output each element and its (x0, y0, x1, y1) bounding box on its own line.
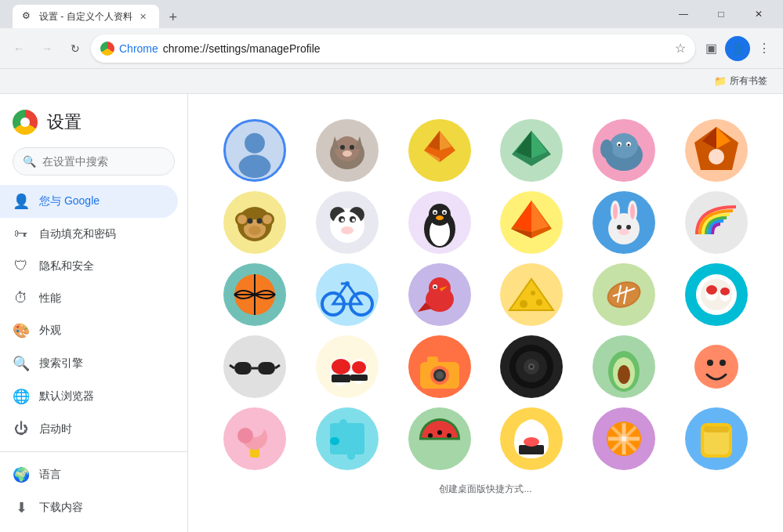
sidebar-label-appearance: 外观 (39, 324, 61, 338)
avatar-rainbow[interactable] (685, 191, 748, 254)
avatar-cat[interactable] (316, 119, 379, 182)
new-tab-button[interactable]: + (162, 6, 184, 28)
avatar-panda[interactable] (316, 191, 379, 254)
svg-point-34 (256, 219, 262, 224)
sidebar-icon-privacy: 🛡 (13, 258, 30, 274)
sidebar-item-google[interactable]: 👤 您与 Google (0, 185, 178, 218)
settings-search-input[interactable] (42, 155, 179, 168)
sidebar-icon-downloads: ⬇ (13, 499, 30, 516)
maximize-button[interactable]: □ (703, 0, 739, 28)
address-lock-icon (100, 42, 114, 56)
avatar-person[interactable] (223, 119, 286, 182)
svg-point-82 (536, 299, 542, 306)
main-panel: 创建桌面版快捷方式... (188, 94, 783, 532)
avatar-sunglasses[interactable] (223, 335, 286, 398)
svg-point-76 (433, 286, 436, 288)
profile-button[interactable]: 👤 (725, 36, 750, 61)
avatar-origami-fox[interactable] (408, 119, 471, 182)
avatar-monkey[interactable] (223, 191, 286, 254)
avatar-bicycle[interactable] (316, 263, 379, 326)
avatar-vinyl[interactable] (500, 335, 563, 398)
sidebar-label-google: 您与 Google (39, 194, 100, 208)
avatar-icecream[interactable] (223, 407, 286, 470)
settings-title: 设置 (47, 110, 82, 134)
sidebar-icon-autofill: 🗝 (13, 226, 30, 242)
sidebar-item-accessibility[interactable]: ♿ 无障碍 (0, 524, 178, 532)
svg-point-125 (237, 428, 253, 443)
sidebar-item-appearance[interactable]: 🎨 外观 (0, 314, 178, 347)
address-bar[interactable]: Chrome chrome://settings/manageProfile ☆ (91, 34, 695, 63)
sidebar-item-performance[interactable]: ⏱ 性能 (0, 282, 178, 314)
svg-point-62 (617, 225, 622, 230)
avatar-riceball[interactable] (500, 407, 563, 470)
cast-button[interactable]: ▣ (698, 36, 723, 61)
avatar-rabbit[interactable] (593, 191, 655, 254)
svg-point-120 (707, 360, 713, 366)
svg-point-101 (332, 359, 350, 375)
svg-point-18 (600, 139, 613, 158)
svg-point-63 (626, 225, 631, 230)
sidebar-item-search[interactable]: 🔍 搜索引擎 (0, 347, 178, 380)
sidebar-label-startup: 启动时 (39, 422, 72, 436)
folder-icon: 📁 (714, 75, 727, 87)
avatar-bird-origami[interactable] (500, 191, 563, 254)
bookmark-star-icon[interactable]: ☆ (675, 41, 686, 56)
active-tab[interactable]: ⚙ 设置 - 自定义个人资料 ✕ (13, 5, 159, 28)
sidebar-item-language[interactable]: 🌍 语言 (0, 458, 178, 491)
avatar-elephant[interactable] (593, 119, 655, 182)
svg-marker-54 (531, 201, 549, 232)
sidebar-label-language: 语言 (39, 468, 61, 482)
sidebar-label-browser: 默认浏览器 (39, 389, 94, 404)
avatar-puzzle[interactable] (316, 407, 379, 470)
svg-point-17 (610, 133, 638, 158)
avatar-origami-crane[interactable] (500, 119, 563, 182)
avatar-toast[interactable] (685, 407, 748, 470)
avatar-sushi[interactable] (316, 335, 379, 398)
avatar-grid (213, 113, 758, 476)
avatar-basketball[interactable] (223, 263, 286, 326)
avatar-candy[interactable] (593, 407, 655, 470)
svg-point-109 (436, 371, 444, 379)
tab-close-button[interactable]: ✕ (137, 10, 150, 23)
sidebar-icon-browser: 🌐 (13, 388, 30, 405)
menu-button[interactable]: ⋮ (752, 36, 777, 61)
svg-rect-105 (350, 375, 368, 381)
svg-rect-102 (332, 375, 350, 382)
close-button[interactable]: ✕ (741, 0, 777, 28)
address-url-text: chrome://settings/manageProfile (163, 42, 670, 55)
avatar-watermelon[interactable] (408, 407, 471, 470)
svg-point-6 (340, 145, 345, 150)
minimize-button[interactable]: — (665, 0, 701, 28)
svg-point-51 (443, 212, 445, 214)
settings-search-box[interactable]: 🔍 (13, 147, 175, 176)
svg-point-83 (531, 291, 535, 295)
sidebar-item-privacy[interactable]: 🛡 隐私和安全 (0, 250, 178, 282)
avatar-avocado[interactable] (593, 335, 655, 398)
avatar-penguin[interactable] (408, 191, 471, 254)
avatar-camera[interactable] (408, 335, 471, 398)
sidebar-item-startup[interactable]: ⏻ 启动时 (0, 413, 178, 445)
svg-rect-128 (355, 429, 364, 437)
svg-point-119 (694, 345, 738, 389)
sidebar-item-default-browser[interactable]: 🌐 默认浏览器 (0, 380, 178, 413)
avatar-bird-red[interactable] (408, 263, 471, 326)
refresh-button[interactable]: ↻ (63, 36, 88, 61)
sidebar-item-autofill[interactable]: 🗝 自动填充和密码 (0, 218, 178, 250)
forward-button[interactable]: → (34, 36, 60, 61)
svg-point-132 (437, 430, 442, 435)
avatar-football[interactable] (593, 263, 655, 326)
avatar-fox-orange[interactable] (685, 119, 748, 182)
svg-point-121 (720, 360, 726, 366)
svg-point-32 (263, 215, 272, 224)
svg-point-81 (520, 300, 527, 308)
svg-point-137 (525, 425, 538, 437)
avatar-face-smile[interactable] (685, 335, 748, 398)
avatar-sushi-plate[interactable] (685, 263, 748, 326)
svg-point-8 (343, 150, 352, 157)
bookmarks-folder[interactable]: 📁 所有书签 (708, 73, 774, 89)
sidebar-item-downloads[interactable]: ⬇ 下载内容 (0, 491, 178, 524)
avatar-cheese[interactable] (500, 263, 563, 326)
back-button[interactable]: ← (6, 36, 31, 61)
svg-point-85 (606, 279, 643, 310)
svg-rect-129 (347, 451, 355, 460)
